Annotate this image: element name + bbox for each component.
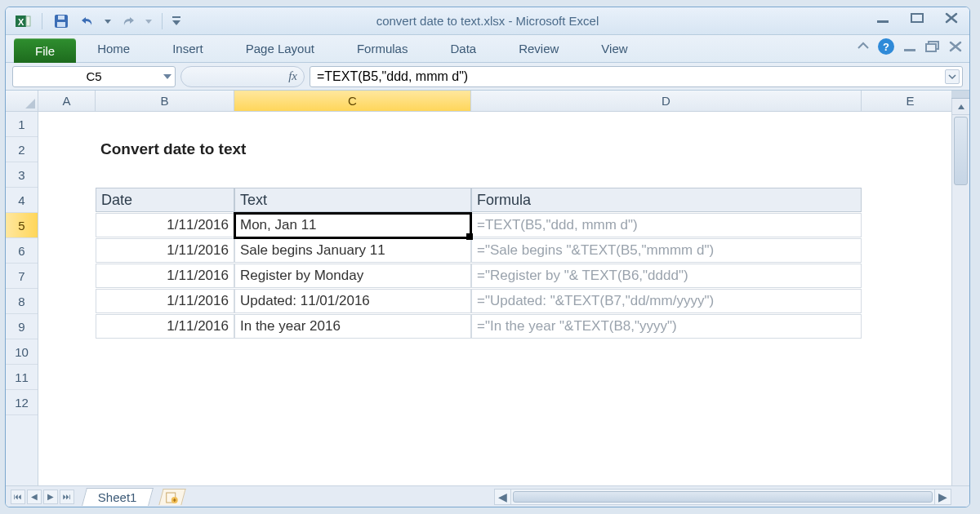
- document-name: convert date to text.xlsx: [376, 14, 506, 28]
- svg-rect-4: [57, 22, 65, 27]
- name-box[interactable]: C5: [12, 66, 176, 87]
- sheet-tab-bar: ⏮ ◀ ▶ ⏭ Sheet1 ◀ ▶: [6, 485, 969, 507]
- workbook-close-icon[interactable]: [948, 41, 963, 52]
- horizontal-scrollbar[interactable]: ◀ ▶: [494, 489, 951, 505]
- cell-b6[interactable]: 1/11/2016: [96, 238, 234, 263]
- new-sheet-icon[interactable]: [158, 489, 185, 505]
- cells-area[interactable]: Convert date to text Date Text Formula 1…: [38, 112, 969, 485]
- app-name: Microsoft Excel: [516, 14, 599, 28]
- redo-dropdown-icon[interactable]: [144, 11, 154, 31]
- vertical-scrollbar[interactable]: [951, 99, 969, 485]
- row-header-3[interactable]: 3: [6, 162, 38, 188]
- hscroll-thumb[interactable]: [513, 491, 933, 503]
- fx-button[interactable]: fx: [180, 66, 305, 87]
- help-icon[interactable]: ?: [878, 38, 894, 55]
- svg-rect-6: [172, 16, 180, 18]
- cell-b9[interactable]: 1/11/2016: [96, 314, 234, 339]
- formula-bar: C5 fx =TEXT(B5,"ddd, mmm d"): [6, 63, 969, 91]
- row-header-9[interactable]: 9: [6, 314, 38, 339]
- col-header-c[interactable]: C: [234, 91, 471, 111]
- cell-b8[interactable]: 1/11/2016: [96, 289, 234, 313]
- row-headers: 1 2 3 4 5 6 7 8 9 10 11 12: [6, 112, 38, 485]
- svg-rect-7: [877, 20, 889, 23]
- name-box-value: C5: [86, 69, 101, 83]
- tab-view[interactable]: View: [580, 35, 648, 62]
- table-header-date: Date: [96, 188, 234, 212]
- row-header-10[interactable]: 10: [6, 339, 38, 365]
- sheet-nav-last-icon[interactable]: ⏭: [60, 490, 74, 504]
- qat-customize-icon[interactable]: [171, 11, 182, 31]
- sheet-nav-next-icon[interactable]: ▶: [43, 490, 58, 504]
- fx-label: fx: [288, 69, 297, 83]
- sheet-tab-sheet1[interactable]: Sheet1: [82, 488, 153, 506]
- table-header-text: Text: [234, 188, 471, 212]
- minimize-ribbon-icon[interactable]: [857, 41, 870, 52]
- cell-d9[interactable]: ="In the year "&TEXT(B8,"yyyy"): [471, 314, 862, 339]
- col-header-d[interactable]: D: [471, 91, 862, 111]
- workbook-minimize-icon[interactable]: [902, 41, 917, 52]
- tab-review[interactable]: Review: [497, 35, 580, 62]
- tab-home[interactable]: Home: [76, 35, 151, 62]
- cell-c9[interactable]: In the year 2016: [234, 314, 471, 339]
- excel-window: X convert date to text.xlsx - Microsoft …: [5, 7, 970, 507]
- excel-app-icon[interactable]: X: [12, 11, 33, 31]
- cell-c7[interactable]: Register by Monday: [234, 264, 471, 288]
- cell-c6[interactable]: Sale begins January 11: [234, 238, 471, 263]
- cell-b5[interactable]: 1/11/2016: [96, 213, 234, 237]
- row-header-7[interactable]: 7: [6, 264, 38, 289]
- maximize-button[interactable]: [906, 10, 929, 26]
- sheet-title: Convert date to text: [96, 137, 234, 162]
- scroll-left-icon[interactable]: ◀: [495, 490, 511, 504]
- workbook-restore-icon[interactable]: [925, 41, 940, 52]
- select-all-corner[interactable]: [6, 91, 38, 111]
- row-header-1[interactable]: 1: [6, 112, 38, 137]
- undo-dropdown-icon[interactable]: [103, 11, 113, 31]
- cell-c5[interactable]: Mon, Jan 11: [234, 213, 471, 237]
- tab-insert[interactable]: Insert: [151, 35, 225, 62]
- name-box-dropdown-icon[interactable]: [163, 73, 172, 80]
- svg-rect-2: [26, 16, 30, 26]
- minimize-button[interactable]: [871, 10, 894, 26]
- undo-icon[interactable]: [77, 11, 98, 31]
- svg-rect-9: [904, 49, 915, 51]
- row-header-6[interactable]: 6: [6, 238, 38, 264]
- col-header-a[interactable]: A: [38, 91, 96, 111]
- cell-d5[interactable]: =TEXT(B5,"ddd, mmm d"): [471, 213, 862, 237]
- qat-separator: [162, 13, 163, 29]
- row-header-11[interactable]: 11: [6, 365, 38, 390]
- cell-d6[interactable]: ="Sale begins "&TEXT(B5,"mmmm d"): [471, 238, 862, 263]
- quick-access-toolbar: X: [6, 11, 182, 31]
- cell-d7[interactable]: ="Register by "& TEXT(B6,"dddd"): [471, 264, 862, 288]
- cell-d8[interactable]: ="Updated: "&TEXT(B7,"dd/mm/yyyy"): [471, 289, 862, 313]
- tab-data[interactable]: Data: [429, 35, 497, 62]
- formula-text: =TEXT(B5,"ddd, mmm d"): [317, 69, 468, 84]
- col-header-b[interactable]: B: [96, 91, 234, 111]
- cell-b7[interactable]: 1/11/2016: [96, 264, 234, 288]
- close-button[interactable]: [940, 10, 963, 26]
- table-header-formula: Formula: [471, 188, 862, 212]
- cell-c8[interactable]: Updated: 11/01/2016: [234, 289, 471, 313]
- row-header-2[interactable]: 2: [6, 137, 38, 162]
- file-tab[interactable]: File: [14, 38, 76, 63]
- expand-formula-bar-icon[interactable]: [945, 69, 960, 84]
- scroll-thumb[interactable]: [954, 117, 968, 185]
- sheet-nav-prev-icon[interactable]: ◀: [27, 490, 42, 504]
- scroll-right-icon[interactable]: ▶: [934, 490, 951, 504]
- tab-page-layout[interactable]: Page Layout: [225, 35, 336, 62]
- row-header-4[interactable]: 4: [6, 188, 38, 213]
- window-controls: [871, 10, 963, 26]
- tab-formulas[interactable]: Formulas: [336, 35, 430, 62]
- split-handle[interactable]: [951, 91, 969, 99]
- redo-icon[interactable]: [118, 11, 139, 31]
- formula-input[interactable]: =TEXT(B5,"ddd, mmm d"): [310, 66, 963, 87]
- ribbon-right-controls: ?: [857, 38, 963, 55]
- row-header-8[interactable]: 8: [6, 289, 38, 314]
- col-header-e[interactable]: E: [862, 91, 960, 111]
- scroll-up-icon[interactable]: [952, 99, 969, 115]
- save-icon[interactable]: [51, 11, 72, 31]
- svg-rect-5: [58, 16, 65, 20]
- spreadsheet-grid[interactable]: A B C D E 1 2 3 4 5 6 7 8 9 10 11 12: [6, 91, 969, 485]
- row-header-12[interactable]: 12: [6, 390, 38, 415]
- row-header-5[interactable]: 5: [6, 213, 38, 238]
- sheet-nav-first-icon[interactable]: ⏮: [11, 490, 25, 504]
